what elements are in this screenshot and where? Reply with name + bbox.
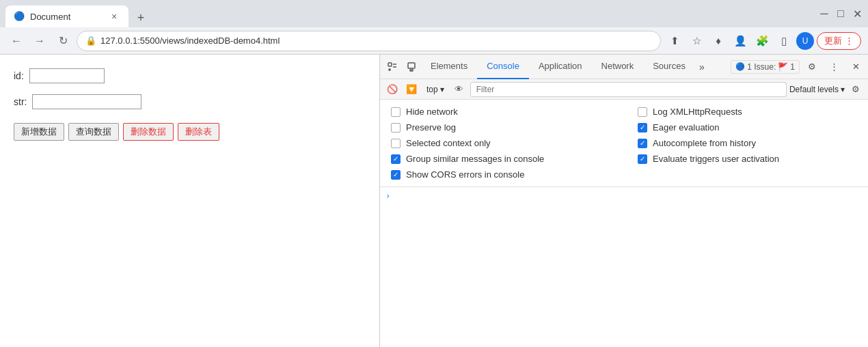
filter-toggle-button[interactable]: 🔽 bbox=[403, 81, 420, 98]
context-selector[interactable]: top ▾ bbox=[422, 83, 448, 96]
eye-button[interactable]: 👁 bbox=[451, 81, 467, 98]
browser-window: 🔵 Document × + ─ □ ✕ ← → ↻ 🔒 127.0.0.1:5… bbox=[0, 0, 868, 347]
page-content: id: str: 新增数据 查询数据 删除数据 删除表 bbox=[0, 55, 379, 347]
tab-network[interactable]: Network bbox=[592, 55, 644, 79]
devtools-panel: Elements Console Application Network Sou… bbox=[379, 55, 868, 347]
devtools-right-controls: 🔵 1 Issue: 🚩 1 ⚙ ⋮ ✕ bbox=[731, 57, 865, 77]
eager-eval-checkbox[interactable]: ✓ bbox=[638, 123, 647, 133]
update-more-icon: ⋮ bbox=[845, 36, 854, 46]
delete-data-button[interactable]: 删除数据 bbox=[123, 123, 174, 141]
tab-application[interactable]: Application bbox=[529, 55, 592, 79]
autocomplete-item: ✓ Autocomplete from history bbox=[638, 138, 857, 148]
id-input[interactable] bbox=[29, 68, 105, 83]
filter-input[interactable] bbox=[470, 82, 787, 97]
preserve-log-item: Preserve log bbox=[391, 122, 610, 133]
show-cors-checkbox[interactable]: ✓ bbox=[391, 170, 401, 180]
issue-icon: 🔵 bbox=[735, 62, 745, 71]
issues-label: 1 Issue: bbox=[747, 62, 776, 72]
console-toolbar: 🚫 🔽 top ▾ 👁 Default levels ▾ ⚙ bbox=[380, 79, 868, 100]
str-label: str: bbox=[14, 96, 27, 107]
address-bar[interactable]: 🔒 127.0.0.1:5500/views/indexedDB-demo4.h… bbox=[77, 31, 661, 51]
devtools-close-icon[interactable]: ✕ bbox=[846, 57, 865, 77]
issues-flag-icon: 🚩 bbox=[778, 62, 788, 72]
sidebar-button[interactable]: ▯ bbox=[774, 31, 794, 51]
str-input[interactable] bbox=[32, 94, 141, 109]
devtools-device-icon[interactable] bbox=[402, 57, 421, 77]
default-levels-selector[interactable]: Default levels ▾ bbox=[789, 85, 845, 94]
tab-sources[interactable]: Sources bbox=[643, 55, 695, 79]
more-tabs-button[interactable]: » bbox=[695, 61, 709, 72]
svg-rect-2 bbox=[410, 70, 413, 71]
tab-favicon-icon: 🔵 bbox=[14, 11, 25, 22]
show-cors-item: ✓ Show CORS errors in console bbox=[391, 169, 610, 180]
eval-triggers-item: ✓ Evaluate triggers user activation bbox=[638, 154, 857, 164]
group-similar-checkbox[interactable]: ✓ bbox=[391, 154, 401, 164]
autocomplete-checkbox[interactable]: ✓ bbox=[638, 139, 647, 148]
svg-rect-1 bbox=[408, 63, 415, 68]
devtools-settings-icon[interactable]: ⚙ bbox=[802, 57, 822, 77]
preserve-log-checkbox[interactable] bbox=[391, 123, 401, 133]
active-tab[interactable]: 🔵 Document × bbox=[5, 5, 128, 27]
delete-table-button[interactable]: 删除表 bbox=[178, 123, 219, 141]
window-maximize-button[interactable]: □ bbox=[835, 8, 846, 19]
nav-right-controls: ⬆ ☆ ♦ 👤 🧩 ▯ U 更新 ⋮ bbox=[665, 31, 861, 51]
tab-title: Document bbox=[30, 12, 70, 22]
eval-triggers-label: Evaluate triggers user activation bbox=[653, 154, 779, 164]
hide-network-item: Hide network bbox=[391, 107, 610, 117]
add-data-button[interactable]: 新增数据 bbox=[14, 123, 64, 141]
log-xmlhttp-item: Log XMLHttpRequests bbox=[638, 107, 857, 117]
log-xmlhttp-checkbox[interactable] bbox=[638, 107, 647, 117]
eager-eval-item: ✓ Eager evaluation bbox=[638, 122, 857, 133]
new-tab-button[interactable]: + bbox=[131, 8, 150, 27]
issues-badge[interactable]: 🔵 1 Issue: 🚩 1 bbox=[731, 60, 800, 74]
id-row: id: bbox=[14, 68, 366, 83]
devtools-more-icon[interactable]: ⋮ bbox=[824, 57, 843, 77]
share-button[interactable]: ⬆ bbox=[665, 31, 684, 51]
reload-button[interactable]: ↻ bbox=[53, 31, 72, 51]
hide-network-checkbox[interactable] bbox=[391, 107, 401, 117]
window-minimize-button[interactable]: ─ bbox=[819, 8, 830, 19]
update-button[interactable]: 更新 ⋮ bbox=[817, 32, 861, 50]
wallet-icon: ♦ bbox=[709, 31, 728, 51]
console-prompt-row: › bbox=[385, 191, 863, 201]
hide-network-label: Hide network bbox=[406, 107, 458, 117]
context-dropdown-icon: ▾ bbox=[440, 85, 444, 94]
autocomplete-label: Autocomplete from history bbox=[653, 138, 756, 148]
window-close-button[interactable]: ✕ bbox=[852, 8, 863, 19]
devtools-tab-bar: Elements Console Application Network Sou… bbox=[380, 55, 868, 79]
button-row: 新增数据 查询数据 删除数据 删除表 bbox=[14, 123, 366, 141]
tab-close-button[interactable]: × bbox=[108, 10, 120, 23]
forward-button[interactable]: → bbox=[30, 31, 49, 51]
title-bar: 🔵 Document × + ─ □ ✕ bbox=[0, 0, 868, 27]
devtools-inspect-icon[interactable] bbox=[383, 57, 402, 77]
address-text: 127.0.0.1:5500/views/indexedDB-demo4.htm… bbox=[100, 36, 652, 46]
default-levels-icon: ▾ bbox=[841, 85, 845, 94]
group-similar-item: ✓ Group similar messages in console bbox=[391, 154, 610, 164]
selected-context-label: Selected context only bbox=[406, 138, 491, 148]
tab-strip: 🔵 Document × + bbox=[5, 0, 815, 27]
lock-icon: 🔒 bbox=[85, 36, 96, 46]
str-row: str: bbox=[14, 94, 366, 109]
group-similar-label: Group similar messages in console bbox=[406, 154, 544, 164]
user-avatar[interactable]: U bbox=[796, 32, 814, 50]
selected-context-checkbox[interactable] bbox=[391, 139, 401, 148]
issues-count: 1 bbox=[790, 62, 795, 72]
console-settings-icon[interactable]: ⚙ bbox=[847, 81, 864, 98]
extensions-button[interactable]: 🧩 bbox=[752, 31, 772, 51]
eval-triggers-checkbox[interactable]: ✓ bbox=[638, 154, 647, 164]
nav-bar: ← → ↻ 🔒 127.0.0.1:5500/views/indexedDB-d… bbox=[0, 27, 868, 55]
profile-icon[interactable]: 👤 bbox=[731, 31, 750, 51]
context-label: top bbox=[426, 85, 438, 94]
clear-console-button[interactable]: 🚫 bbox=[384, 81, 401, 98]
query-data-button[interactable]: 查询数据 bbox=[68, 123, 119, 141]
back-button[interactable]: ← bbox=[7, 31, 26, 51]
eager-eval-label: Eager evaluation bbox=[653, 122, 720, 133]
log-xmlhttp-label: Log XMLHttpRequests bbox=[653, 107, 742, 117]
preserve-log-label: Preserve log bbox=[406, 122, 456, 133]
svg-rect-0 bbox=[388, 63, 392, 66]
console-output: › bbox=[380, 187, 868, 347]
tab-elements[interactable]: Elements bbox=[421, 55, 477, 79]
console-chevron-icon[interactable]: › bbox=[385, 191, 390, 201]
bookmark-button[interactable]: ☆ bbox=[687, 31, 706, 51]
tab-console[interactable]: Console bbox=[477, 55, 529, 79]
